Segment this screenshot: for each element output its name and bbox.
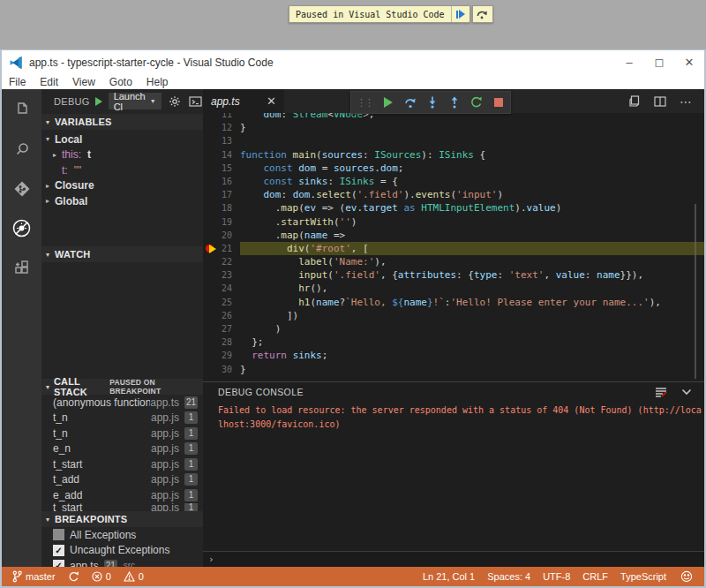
line-number[interactable]: 27 — [203, 322, 240, 335]
status-item[interactable]: CRLF — [576, 567, 614, 586]
git-branch-item[interactable]: master — [9, 567, 59, 586]
drag-handle-icon[interactable]: ⋮⋮ — [357, 98, 372, 107]
menu-item[interactable]: Edit — [33, 76, 65, 88]
variables-section-header[interactable]: ▾ VARIABLES — [41, 114, 203, 130]
code-line[interactable]: 29 return sinks; — [203, 349, 704, 362]
line-number[interactable]: 29 — [203, 349, 240, 362]
call-stack-frame[interactable]: t_add app.js 1 — [41, 472, 203, 488]
call-stack-frame[interactable]: t_n app.js 1 — [41, 426, 203, 441]
breakpoints-section-header[interactable]: ▾ BREAKPOINTS — [41, 511, 203, 527]
variable-row[interactable]: ▾ Local — [41, 132, 203, 147]
step-over-icon[interactable] — [403, 95, 417, 109]
line-number[interactable]: 23 — [203, 268, 240, 282]
code-line[interactable]: 17 dom: dom.select('.field').events('inp… — [203, 188, 704, 201]
clear-console-icon[interactable] — [655, 387, 667, 397]
code-line[interactable]: 19 .startWith('') — [203, 215, 704, 229]
resume-icon[interactable] — [451, 6, 469, 22]
collapse-panel-icon[interactable] — [681, 388, 692, 396]
paused-breakpoint-icon[interactable] — [206, 244, 220, 254]
line-number[interactable]: 26 — [203, 309, 240, 322]
continue-icon[interactable] — [381, 95, 394, 109]
code-line[interactable]: 12 } — [203, 121, 704, 134]
variable-row[interactable]: t: "" — [41, 162, 203, 178]
line-number[interactable]: 18 — [203, 201, 240, 215]
breakpoint-row[interactable]: ✓ Uncaught Exceptions — [41, 543, 203, 559]
line-number[interactable]: 19 — [203, 215, 240, 229]
split-editor-icon[interactable] — [654, 96, 666, 107]
variable-row[interactable]: ▸ Global — [41, 193, 203, 209]
files-icon[interactable] — [2, 89, 41, 129]
search-icon[interactable] — [2, 129, 41, 169]
maximize-icon[interactable]: ◻ — [644, 56, 674, 69]
code-line[interactable]: 28 }; — [203, 335, 704, 349]
start-debug-icon[interactable] — [95, 97, 102, 106]
code-line[interactable]: 27 ) — [203, 322, 704, 335]
line-number[interactable]: 13 — [203, 134, 240, 147]
status-item[interactable]: UTF-8 — [537, 567, 576, 586]
sync-icon[interactable] — [64, 567, 83, 586]
call-stack-frame[interactable]: e_add app.js 1 — [41, 487, 203, 503]
line-number[interactable]: 17 — [203, 188, 240, 201]
minimize-icon[interactable]: – — [614, 56, 644, 69]
console-input[interactable]: › — [203, 551, 704, 567]
code-line[interactable]: 30 } — [203, 363, 704, 376]
close-icon[interactable]: ✕ — [674, 56, 704, 69]
menu-item[interactable]: Goto — [102, 76, 139, 88]
code-line[interactable]: 23 input('.field', {attributes: {type: '… — [203, 268, 704, 282]
call-stack-frame[interactable]: e_n app.js 1 — [41, 441, 203, 457]
checkbox-icon[interactable] — [53, 529, 64, 540]
status-item[interactable]: Spaces: 4 — [481, 567, 537, 586]
code-line[interactable]: 20 .map(name => — [203, 229, 704, 242]
more-actions-icon[interactable]: ⋯ — [680, 94, 693, 109]
source-control-icon[interactable] — [2, 169, 41, 208]
feedback-smiley-icon[interactable] — [674, 567, 699, 586]
line-number[interactable]: 28 — [203, 335, 240, 349]
warnings-item[interactable]: 0 — [120, 567, 147, 586]
call-stack-frame[interactable]: (anonymous function) app.ts 21 — [41, 395, 203, 411]
line-number[interactable]: 15 — [203, 162, 240, 175]
line-number[interactable]: 22 — [203, 255, 240, 268]
line-number[interactable]: 24 — [203, 282, 240, 295]
code-line[interactable]: 15 const dom = sources.dom; — [203, 162, 704, 175]
step-into-icon[interactable] — [425, 95, 439, 109]
code-line[interactable]: 26 ]) — [203, 309, 704, 322]
status-item[interactable]: Ln 21, Col 1 — [417, 567, 481, 586]
call-stack-frame[interactable]: t_start app.js 1 — [41, 456, 203, 472]
variable-row[interactable]: ▸ Closure — [41, 178, 203, 194]
call-stack-section-header[interactable]: ▾ CALL STACK PAUSED ON BREAKPOINT — [41, 379, 203, 395]
line-number[interactable]: 12 — [203, 121, 240, 134]
breakpoint-row[interactable]: All Exceptions — [41, 527, 203, 543]
step-over-icon[interactable] — [472, 5, 493, 23]
open-console-icon[interactable] — [189, 96, 202, 107]
checkbox-icon[interactable]: ✓ — [53, 560, 64, 567]
checkbox-icon[interactable]: ✓ — [53, 545, 64, 556]
line-number[interactable]: 16 — [203, 175, 240, 188]
launch-config-dropdown[interactable]: Launch Cl ▼ — [109, 93, 161, 109]
editor-scrollbar[interactable] — [695, 204, 696, 379]
configure-gear-icon[interactable] — [169, 95, 181, 108]
open-preview-icon[interactable] — [629, 95, 641, 107]
watch-section-header[interactable]: ▾ WATCH — [41, 246, 203, 262]
line-number[interactable]: 14 — [203, 148, 240, 162]
call-stack-frame[interactable]: t_start app.js 1 — [41, 503, 203, 512]
code-line[interactable]: 22 label('Name:'), — [203, 255, 704, 268]
line-number[interactable]: 25 — [203, 296, 240, 309]
code-line[interactable]: 21 div('#root', [ — [203, 242, 704, 255]
errors-item[interactable]: 0 — [88, 567, 115, 586]
debug-icon[interactable] — [2, 208, 41, 248]
restart-icon[interactable] — [469, 95, 483, 109]
line-number[interactable]: 20 — [203, 229, 240, 242]
breakpoint-row[interactable]: ✓ app.ts 21 src — [41, 558, 203, 567]
tab-close-icon[interactable]: ✕ — [267, 95, 276, 107]
line-number[interactable]: 30 — [203, 363, 240, 376]
stop-icon[interactable] — [492, 95, 505, 109]
tab-app-ts[interactable]: app.ts ✕ — [203, 89, 284, 113]
status-item[interactable]: TypeScript — [614, 567, 672, 586]
code-line[interactable]: 25 h1(name?`Hello, ${name}!`:'Hello! Ple… — [203, 296, 704, 309]
menu-item[interactable]: File — [2, 76, 33, 88]
code-line[interactable]: 18 .map(ev => (ev.target as HTMLInputEle… — [203, 201, 704, 215]
extensions-icon[interactable] — [2, 248, 41, 288]
menu-item[interactable]: Help — [139, 76, 176, 88]
variable-row[interactable]: ▸ this: t — [41, 147, 203, 163]
call-stack-frame[interactable]: t_n app.js 1 — [41, 411, 203, 426]
